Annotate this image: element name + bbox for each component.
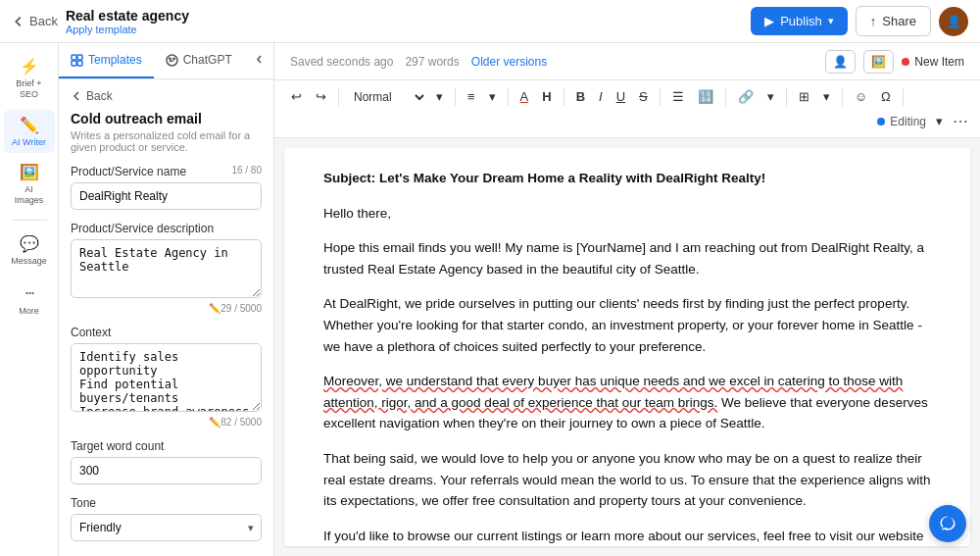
ai-writer-label: AI Writer bbox=[12, 137, 46, 148]
email-p1: Hello there, bbox=[323, 203, 931, 225]
panel: Templates ChatGPT Back Cold outreach ema… bbox=[59, 43, 274, 556]
tone-select-wrapper: Friendly Professional Casual Formal bbox=[71, 514, 262, 541]
context-label: Context bbox=[71, 326, 262, 339]
text-color-button[interactable]: A bbox=[515, 86, 534, 107]
editing-badge: Editing ▾ ⋯ bbox=[877, 111, 968, 131]
sidebar-item-ai-writer[interactable]: ✏️ AI Writer bbox=[4, 110, 55, 154]
product-desc-textarea[interactable]: Real Estate Agency in Seattle bbox=[71, 239, 262, 298]
underline-button[interactable]: U bbox=[612, 86, 630, 107]
context-counter: 82 / 5000 bbox=[220, 417, 262, 428]
brief-seo-icon: ⚡ bbox=[20, 57, 39, 76]
strikethrough-button[interactable]: S bbox=[634, 86, 653, 107]
editor-topbar: Saved seconds ago 297 words Older versio… bbox=[274, 43, 980, 80]
heading-select[interactable]: NormalHeading 1Heading 2 bbox=[346, 87, 427, 107]
svg-rect-2 bbox=[72, 61, 76, 66]
word-count-field-group: Target word count bbox=[71, 439, 262, 484]
more-icon: ··· bbox=[24, 282, 33, 303]
message-icon: 💬 bbox=[20, 234, 39, 253]
product-desc-edit-icon: ✏️ bbox=[209, 303, 220, 314]
publish-button[interactable]: ▶ Publish ▾ bbox=[751, 7, 848, 35]
panel-collapse-button[interactable] bbox=[245, 43, 273, 78]
ai-images-icon: 🖼️ bbox=[20, 163, 39, 181]
email-p4: Moreover, we understand that every buyer… bbox=[323, 371, 931, 434]
undo-button[interactable]: ↩ bbox=[286, 86, 307, 107]
editor-content[interactable]: Subject: Let's Make Your Dream Home a Re… bbox=[284, 148, 970, 546]
align-dropdown-btn[interactable]: ▾ bbox=[484, 86, 501, 107]
ordered-list-button[interactable]: 🔢 bbox=[693, 86, 718, 107]
table-button[interactable]: ⊞ bbox=[794, 86, 814, 107]
avatar[interactable]: 👤 bbox=[939, 7, 968, 36]
ai-writer-icon: ✏️ bbox=[20, 116, 39, 134]
svg-point-5 bbox=[170, 58, 171, 59]
link-dropdown-btn[interactable]: ▾ bbox=[762, 86, 779, 107]
toolbar-sep-8 bbox=[842, 88, 843, 106]
publish-dropdown-arrow: ▾ bbox=[828, 15, 834, 27]
panel-back-button[interactable]: Back bbox=[71, 89, 262, 103]
share-icon: ↑ bbox=[870, 14, 877, 28]
special-chars-button[interactable]: Ω bbox=[876, 86, 896, 107]
person-settings-button[interactable]: 👤 bbox=[825, 50, 856, 74]
editing-label: Editing bbox=[890, 115, 926, 128]
context-field-group: Context Identify sales opportunity Find … bbox=[71, 326, 262, 428]
product-desc-field-group: Product/Service description Real Estate … bbox=[71, 222, 262, 314]
apply-template-link[interactable]: Apply template bbox=[66, 24, 189, 35]
tone-select[interactable]: Friendly Professional Casual Formal bbox=[71, 514, 262, 541]
toolbar-sep-1 bbox=[338, 88, 339, 106]
table-dropdown-btn[interactable]: ▾ bbox=[818, 86, 835, 107]
product-desc-label: Product/Service description bbox=[71, 222, 262, 235]
product-name-label: Product/Service name 16 / 80 bbox=[71, 165, 262, 178]
new-item-button[interactable]: New Item bbox=[902, 55, 964, 69]
back-button[interactable]: Back bbox=[12, 14, 58, 28]
highlight-button[interactable]: H bbox=[537, 86, 556, 107]
word-count-label: Target word count bbox=[71, 439, 262, 453]
product-desc-counter: 29 / 5000 bbox=[220, 303, 262, 314]
tab-chatgpt-label: ChatGPT bbox=[183, 53, 232, 67]
toolbar-sep-4 bbox=[564, 88, 564, 106]
tab-chatgpt[interactable]: ChatGPT bbox=[154, 43, 244, 78]
email-subject: Subject: Let's Make Your Dream Home a Re… bbox=[323, 168, 931, 189]
saved-text: Saved seconds ago bbox=[290, 55, 393, 69]
svg-rect-0 bbox=[72, 55, 76, 60]
align-button[interactable]: ≡ bbox=[463, 86, 480, 107]
email-p3: At DealRight, we pride ourselves in putt… bbox=[323, 293, 931, 357]
editing-dropdown-btn[interactable]: ▾ bbox=[931, 111, 948, 131]
older-versions-link[interactable]: Older versions bbox=[471, 55, 547, 69]
redo-button[interactable]: ↪ bbox=[311, 86, 331, 107]
brief-seo-label: Brief + SEO bbox=[12, 78, 47, 100]
toolbar-sep-3 bbox=[508, 88, 509, 106]
tone-field-group: Tone Friendly Professional Casual Formal bbox=[71, 496, 262, 541]
app-title: Real estate agency Apply template bbox=[66, 8, 189, 35]
product-name-input[interactable] bbox=[71, 182, 262, 210]
panel-body: Back Cold outreach email Writes a person… bbox=[59, 79, 273, 556]
tab-templates[interactable]: Templates bbox=[59, 43, 154, 78]
heading-dropdown-btn[interactable]: ▾ bbox=[431, 86, 448, 107]
word-count-display: 297 words bbox=[405, 55, 459, 69]
editing-dot bbox=[877, 118, 885, 126]
publish-label: Publish bbox=[780, 14, 822, 28]
sidebar-item-ai-images[interactable]: 🖼️ AI Images bbox=[4, 157, 55, 212]
section-title: Cold outreach email bbox=[71, 111, 262, 126]
tab-templates-label: Templates bbox=[88, 53, 142, 67]
word-count-input[interactable] bbox=[71, 457, 262, 484]
svg-rect-1 bbox=[77, 55, 82, 60]
bullet-list-button[interactable]: ☰ bbox=[667, 86, 689, 107]
chat-bubble-button[interactable] bbox=[929, 505, 966, 542]
app-title-main: Real estate agency bbox=[66, 8, 189, 24]
link-button[interactable]: 🔗 bbox=[733, 86, 759, 107]
panel-tabs: Templates ChatGPT bbox=[59, 43, 273, 79]
section-desc: Writes a personalized cold email for a g… bbox=[71, 129, 262, 153]
emoji-button[interactable]: ☺ bbox=[850, 86, 872, 107]
publish-play-icon: ▶ bbox=[764, 14, 774, 28]
share-button[interactable]: ↑ Share bbox=[856, 6, 931, 36]
main-layout: ⚡ Brief + SEO ✏️ AI Writer 🖼️ AI Images … bbox=[0, 43, 980, 556]
bold-button[interactable]: B bbox=[571, 86, 590, 107]
italic-button[interactable]: I bbox=[594, 86, 608, 107]
more-options-button[interactable]: ⋯ bbox=[953, 112, 968, 130]
sidebar-item-more[interactable]: ··· More bbox=[4, 277, 55, 323]
sidebar-item-message[interactable]: 💬 Message bbox=[4, 228, 55, 273]
sidebar-item-brief-seo[interactable]: ⚡ Brief + SEO bbox=[4, 51, 55, 106]
nav-divider bbox=[12, 220, 47, 221]
message-label: Message bbox=[11, 256, 47, 267]
image-settings-button[interactable]: 🖼️ bbox=[863, 50, 894, 74]
context-textarea[interactable]: Identify sales opportunity Find potentia… bbox=[71, 343, 262, 412]
